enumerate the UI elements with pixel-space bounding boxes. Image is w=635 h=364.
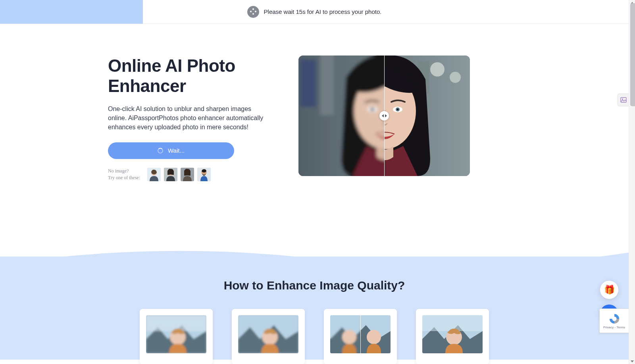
sample-prompt: No image? Try one of these: (108, 168, 140, 180)
spinner-icon (247, 6, 259, 18)
svg-point-32 (367, 330, 381, 344)
sample-thumbnail[interactable] (197, 168, 211, 181)
svg-point-14 (430, 62, 444, 77)
processing-message: Please wait 15s for AI to process your p… (264, 8, 382, 15)
scrollbar-thumb[interactable] (630, 3, 635, 106)
compare-handle[interactable] (379, 111, 389, 121)
spinner-icon (158, 148, 163, 153)
how-to-section: How to Enhance Image Quality? (0, 241, 629, 360)
step-card-image (422, 315, 483, 353)
sample-thumbnail[interactable] (147, 168, 161, 181)
step-card-image (330, 315, 391, 353)
svg-rect-24 (298, 56, 384, 176)
hero-section: Online AI Photo Enhancer One-click AI so… (0, 24, 629, 181)
hero-text-column: Online AI Photo Enhancer One-click AI so… (108, 56, 279, 181)
step-cards (0, 309, 629, 364)
svg-point-38 (622, 99, 623, 100)
svg-point-23 (397, 109, 399, 111)
image-icon (620, 97, 627, 103)
page-title: Online AI Photo Enhancer (108, 56, 279, 96)
sample-images-row: No image? Try one of these: (108, 168, 279, 181)
vertical-scrollbar[interactable] (629, 0, 635, 364)
step-card-image (238, 315, 298, 353)
hero-description: One-click AI solution to unblur and shar… (108, 104, 267, 132)
svg-point-15 (450, 72, 461, 83)
sample-thumbnail[interactable] (164, 168, 177, 181)
wait-button[interactable]: Wait... (108, 142, 234, 159)
step-card[interactable] (416, 309, 489, 364)
progress-loader-strip (0, 0, 143, 24)
step-card[interactable] (324, 309, 397, 364)
side-widget-toggle[interactable] (618, 94, 629, 106)
scroll-down-arrow-icon[interactable] (629, 358, 635, 364)
step-card[interactable] (140, 309, 213, 364)
sample-thumbnail[interactable] (181, 168, 194, 181)
wait-button-label: Wait... (168, 147, 185, 154)
step-card-image (146, 315, 206, 353)
compare-divider (360, 315, 361, 353)
step-card[interactable] (232, 309, 305, 364)
before-after-compare[interactable] (298, 56, 470, 176)
section-title: How to Enhance Image Quality? (0, 241, 629, 292)
sample-thumbnails (147, 168, 211, 181)
